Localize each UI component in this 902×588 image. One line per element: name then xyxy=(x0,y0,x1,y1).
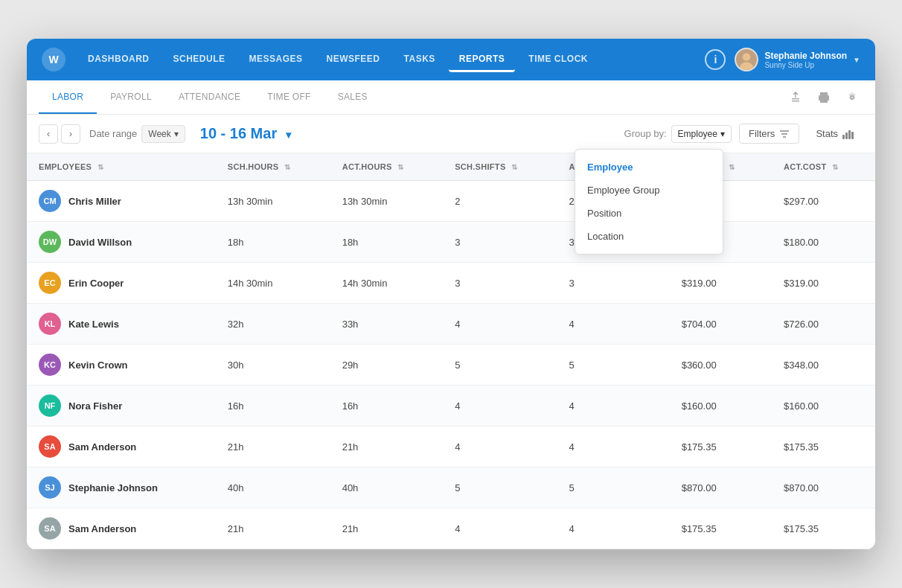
nav-items: DASHBOARD SCHEDULE MESSAGES NEWSFEED TAS… xyxy=(77,48,705,72)
subnav-right xyxy=(784,86,863,109)
subnav-payroll[interactable]: PAYROLL xyxy=(97,81,165,114)
chevron-down-icon: ▼ xyxy=(853,56,860,64)
table-cell: 4 xyxy=(443,304,557,345)
group-by-select[interactable]: Employee ▾ xyxy=(671,125,732,143)
subnav-items: LABOR PAYROLL ATTENDANCE TIME OFF SALES xyxy=(39,81,784,114)
nav-dashboard[interactable]: DASHBOARD xyxy=(77,48,160,72)
table-cell: 18h xyxy=(330,222,443,263)
chevron-down-icon: ▾ xyxy=(174,129,179,139)
employee-avatar: SA xyxy=(39,435,61,458)
employee-name: Kevin Crown xyxy=(68,359,127,371)
table-cell: 4 xyxy=(557,508,670,549)
info-icon[interactable]: i xyxy=(705,49,726,70)
table-row[interactable]: SA Sam Anderson 21h21h44$175.35$175.35 xyxy=(27,508,875,549)
subnav-timeoff[interactable]: TIME OFF xyxy=(254,81,324,114)
user-section[interactable]: Stephanie Johnson Sunny Side Up ▼ xyxy=(735,48,860,71)
date-range-control: Date range Week ▾ xyxy=(89,125,185,143)
table-cell: 18h xyxy=(216,222,330,263)
prev-arrow[interactable]: ‹ xyxy=(39,124,58,144)
table-row[interactable]: DW David Willson 18h18h33$180.00$180.00 xyxy=(27,222,875,263)
table-cell: $175.35 xyxy=(772,508,875,549)
user-info: Stephanie Johnson Sunny Side Up xyxy=(764,51,847,69)
sort-icon: ⇅ xyxy=(729,163,735,171)
svg-rect-15 xyxy=(851,132,854,139)
group-by-option-location[interactable]: Location xyxy=(575,225,723,248)
top-navigation: W DASHBOARD SCHEDULE MESSAGES NEWSFEED T… xyxy=(27,39,875,80)
table-row[interactable]: EC Erin Cooper 14h 30min14h 30min33$319.… xyxy=(27,263,875,304)
employee-name: Chris Miller xyxy=(68,196,121,207)
group-by-option-position[interactable]: Position xyxy=(575,202,723,225)
svg-rect-3 xyxy=(792,98,799,100)
table-row[interactable]: SJ Stephanie Johnson 40h40h55$870.00$870… xyxy=(27,467,875,508)
nav-reports[interactable]: REPORTS xyxy=(449,48,516,72)
group-by-dropdown: Employee Employee Group Position Locatio… xyxy=(575,149,723,255)
table-cell: $297.00 xyxy=(772,181,875,222)
col-employees[interactable]: EMPLOYEES ⇅ xyxy=(27,153,216,181)
next-arrow[interactable]: › xyxy=(61,124,80,144)
group-by-option-employee[interactable]: Employee xyxy=(575,156,723,179)
toolbar-right: Group by: Employee ▾ Filters Stats xyxy=(624,124,863,144)
table-cell: 3 xyxy=(443,222,557,263)
nav-timeclock[interactable]: TIME CLOCK xyxy=(518,48,598,72)
date-dropdown-icon[interactable]: ▾ xyxy=(286,129,291,141)
svg-rect-4 xyxy=(792,100,799,102)
subnav-sales[interactable]: SALES xyxy=(324,81,381,114)
employee-cell: SA Sam Anderson xyxy=(27,508,216,549)
week-selector[interactable]: Week ▾ xyxy=(141,125,185,143)
table-cell: $175.35 xyxy=(670,426,772,467)
col-sch-shifts[interactable]: SCH.SHIFTS ⇅ xyxy=(443,153,557,181)
subnav-labor[interactable]: LABOR xyxy=(39,81,97,114)
sub-navigation: LABOR PAYROLL ATTENDANCE TIME OFF SALES xyxy=(27,80,875,115)
table-row[interactable]: SA Sam Anderson 21h21h44$175.35$175.35 xyxy=(27,426,875,467)
table-cell: 14h 30min xyxy=(330,263,443,304)
employee-avatar: KL xyxy=(39,313,61,335)
toolbar: ‹ › Date range Week ▾ 10 - 16 Mar ▾ Grou… xyxy=(27,115,875,153)
employee-cell: KC Kevin Crown xyxy=(27,345,216,386)
nav-newsfeed[interactable]: NEWSFEED xyxy=(316,48,391,72)
employee-cell: KL Kate Lewis xyxy=(27,304,216,345)
employee-avatar: EC xyxy=(39,272,61,294)
table-cell: $870.00 xyxy=(670,467,772,508)
table-row[interactable]: NF Nora Fisher 16h16h44$160.00$160.00 xyxy=(27,386,875,426)
table-row[interactable]: CM Chris Miller 13h 30min13h 30min22$297… xyxy=(27,181,875,222)
table-cell: $360.00 xyxy=(670,345,772,386)
table-cell: 29h xyxy=(330,345,443,386)
table-cell: 32h xyxy=(216,304,330,345)
table-cell: 4 xyxy=(443,386,557,426)
col-act-cost[interactable]: ACT.COST ⇅ xyxy=(772,153,875,181)
filters-button[interactable]: Filters xyxy=(739,124,799,144)
print-icon[interactable] xyxy=(813,86,835,109)
table-cell: 14h 30min xyxy=(216,263,330,304)
user-subtitle: Sunny Side Up xyxy=(764,61,847,69)
employee-cell: EC Erin Cooper xyxy=(27,263,216,304)
col-act-hours[interactable]: ACT.HOURS ⇅ xyxy=(330,153,443,181)
group-by-option-employee-group[interactable]: Employee Group xyxy=(575,179,723,202)
group-by-label: Group by: xyxy=(624,128,667,139)
table-cell: $180.00 xyxy=(772,222,875,263)
table-row[interactable]: KL Kate Lewis 32h33h44$704.00$726.00 xyxy=(27,304,875,345)
table-cell: 21h xyxy=(330,508,443,549)
group-by-control: Group by: Employee ▾ xyxy=(624,125,732,143)
employee-name: Stephanie Johnson xyxy=(68,482,158,493)
col-sch-hours[interactable]: SCH.HOURS ⇅ xyxy=(216,153,330,181)
date-range-label: Date range xyxy=(89,128,137,139)
stats-button[interactable]: Stats xyxy=(807,124,863,143)
table-row[interactable]: KC Kevin Crown 30h29h55$360.00$348.00 xyxy=(27,345,875,386)
svg-rect-14 xyxy=(848,130,851,139)
nav-schedule[interactable]: SCHEDULE xyxy=(163,48,236,72)
svg-point-1 xyxy=(743,53,751,61)
table-cell: 16h xyxy=(330,386,443,426)
table-cell: 5 xyxy=(443,345,557,386)
table-container: EMPLOYEES ⇅ SCH.HOURS ⇅ ACT.HOURS ⇅ SCH.… xyxy=(27,153,875,549)
sort-icon: ⇅ xyxy=(511,163,517,171)
table-cell: 2 xyxy=(443,181,557,222)
export-icon[interactable] xyxy=(784,86,807,109)
table-cell: 5 xyxy=(557,345,670,386)
employee-cell: SJ Stephanie Johnson xyxy=(27,467,216,508)
nav-messages[interactable]: MESSAGES xyxy=(239,48,313,72)
subnav-attendance[interactable]: ATTENDANCE xyxy=(165,81,254,114)
table-cell: 21h xyxy=(330,426,443,467)
settings-icon[interactable] xyxy=(841,86,863,109)
employee-cell: CM Chris Miller xyxy=(27,181,216,222)
nav-tasks[interactable]: TASKS xyxy=(394,48,446,72)
